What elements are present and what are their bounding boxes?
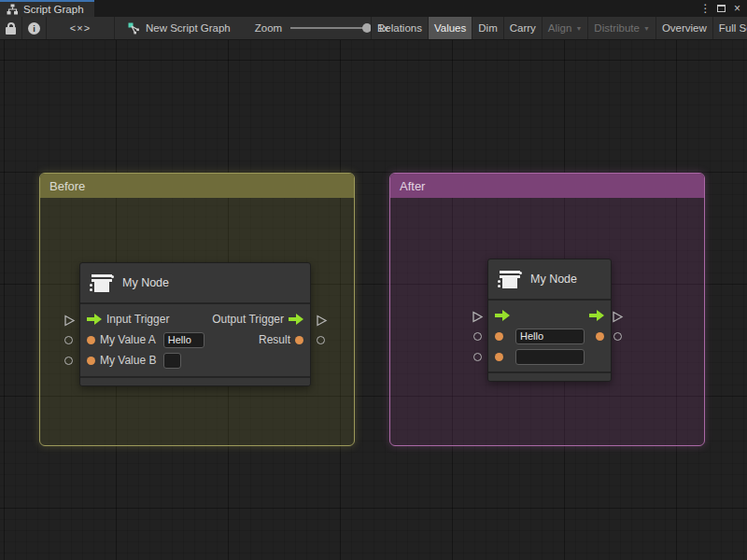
outer-flow-output-port-before[interactable]: [316, 314, 328, 330]
dim-button[interactable]: Dim: [472, 17, 503, 39]
values-label: Values: [434, 22, 466, 34]
graph-hierarchy-icon: [7, 4, 19, 15]
chevron-down-icon: ▼: [575, 25, 582, 32]
carry-button[interactable]: Carry: [504, 17, 543, 39]
toolbar-middle: New Script Graph Zoom 1x: [115, 17, 388, 39]
chevron-down-icon: ▼: [643, 25, 650, 32]
outer-flow-output-port-after[interactable]: [612, 310, 624, 327]
outer-value-b-port-before[interactable]: [64, 357, 73, 365]
node-my-node-after[interactable]: My Node Hello: [487, 259, 612, 382]
port-row-value-a: My Value A Hello Result: [80, 329, 310, 350]
value-b-port-icon[interactable]: [495, 353, 503, 361]
window-controls: ⋮ ×: [698, 0, 745, 17]
value-b-port-icon[interactable]: [87, 357, 95, 365]
lock-button[interactable]: [0, 17, 22, 39]
maximize-icon[interactable]: [713, 0, 729, 17]
node-header[interactable]: My Node: [80, 263, 310, 304]
info-button[interactable]: i: [22, 17, 47, 39]
value-a-port-icon[interactable]: [495, 332, 503, 341]
value-b-field[interactable]: [515, 349, 585, 365]
overview-button[interactable]: Overview: [656, 17, 713, 39]
distribute-button[interactable]: Distribute ▼: [588, 17, 656, 39]
group-after-label: After: [400, 179, 425, 193]
outer-result-port-after[interactable]: [613, 332, 622, 341]
value-b-label: My Value B: [100, 354, 156, 367]
carry-label: Carry: [510, 22, 536, 34]
triangle-port-icon: [472, 311, 484, 323]
flow-input-port-icon[interactable]: [87, 314, 102, 325]
port-row-trigger: [488, 305, 611, 326]
outer-value-b-port-after[interactable]: [473, 353, 482, 361]
node-body: Hello: [488, 301, 611, 371]
new-script-graph-button[interactable]: New Script Graph: [115, 22, 240, 35]
align-label: Align: [548, 22, 572, 34]
zoom-label: Zoom: [255, 22, 282, 34]
code-view-button[interactable]: <×>: [47, 17, 115, 39]
maximize-glyph: [717, 5, 726, 12]
code-icon: <×>: [70, 22, 91, 34]
flow-input-port-icon[interactable]: [495, 310, 510, 321]
port-row-value-a: Hello: [488, 326, 611, 346]
info-icon: i: [28, 22, 40, 35]
node-title: My Node: [530, 273, 577, 286]
flow-output-port-icon[interactable]: [289, 314, 303, 325]
result-port-icon[interactable]: [295, 336, 303, 344]
overview-label: Overview: [662, 22, 707, 34]
result-port-icon[interactable]: [596, 332, 604, 341]
lock-icon: [6, 22, 16, 35]
triangle-port-icon: [316, 315, 328, 327]
relations-label: Relations: [377, 22, 422, 34]
zoom-slider[interactable]: [290, 27, 369, 29]
new-script-graph-label: New Script Graph: [146, 22, 231, 34]
values-button[interactable]: Values: [429, 17, 472, 39]
node-my-node-before[interactable]: My Node Input Trigger Output Trigger My …: [79, 262, 311, 386]
graph-canvas[interactable]: Before After My Node Input Trigger Outpu…: [0, 40, 747, 560]
result-label: Result: [259, 333, 290, 346]
value-a-label: My Value A: [100, 333, 156, 346]
group-after-header[interactable]: After: [390, 174, 704, 198]
node-icon: [90, 271, 114, 295]
tab-script-graph[interactable]: Script Graph: [0, 0, 94, 17]
value-a-field[interactable]: Hello: [515, 329, 585, 344]
outer-flow-input-port-before[interactable]: [63, 314, 76, 330]
group-before-header[interactable]: Before: [40, 174, 354, 198]
port-row-value-b: My Value B: [80, 350, 310, 371]
full-screen-label: Full Screen: [719, 22, 747, 34]
outer-value-a-port-after[interactable]: [473, 332, 482, 341]
full-screen-button[interactable]: Full Screen: [713, 17, 747, 39]
node-footer: [80, 376, 310, 385]
align-button[interactable]: Align ▼: [543, 17, 589, 39]
node-header[interactable]: My Node: [488, 259, 611, 301]
toolbar-right-buttons: Relations Values Dim Carry Align ▼ Distr…: [371, 17, 747, 39]
relations-button[interactable]: Relations: [372, 17, 429, 39]
script-graph-icon: [128, 22, 140, 35]
node-title: My Node: [122, 276, 169, 289]
input-trigger-label: Input Trigger: [106, 313, 169, 326]
value-a-field[interactable]: Hello: [163, 332, 204, 348]
outer-value-a-port-before[interactable]: [64, 336, 73, 344]
close-icon[interactable]: ×: [729, 0, 745, 17]
zoom-control: Zoom 1x: [255, 22, 389, 34]
node-footer: [488, 371, 611, 381]
unity-script-graph-window: { "window": { "tab_label": "Script Graph…: [0, 0, 747, 560]
triangle-port-icon: [612, 311, 624, 323]
output-trigger-label: Output Trigger: [212, 313, 284, 326]
group-before-label: Before: [49, 179, 85, 193]
tab-label: Script Graph: [23, 4, 84, 15]
node-body: Input Trigger Output Trigger My Value A …: [80, 304, 310, 376]
triangle-port-icon: [63, 315, 76, 327]
graph-toolbar: i <×> New Script Graph Zoom 1x Relations…: [0, 17, 747, 40]
tab-bar: Script Graph ⋮ ×: [0, 0, 747, 17]
dim-label: Dim: [478, 22, 497, 34]
node-icon: [498, 267, 522, 291]
menu-icon[interactable]: ⋮: [698, 0, 713, 17]
flow-output-port-icon[interactable]: [589, 310, 604, 321]
value-a-port-icon[interactable]: [87, 336, 95, 344]
outer-flow-input-port-after[interactable]: [472, 310, 484, 327]
port-row-value-b: [488, 346, 611, 367]
port-row-trigger: Input Trigger Output Trigger: [80, 309, 310, 329]
outer-result-port-before[interactable]: [317, 336, 325, 344]
value-b-field[interactable]: [163, 353, 181, 369]
distribute-label: Distribute: [594, 22, 640, 34]
